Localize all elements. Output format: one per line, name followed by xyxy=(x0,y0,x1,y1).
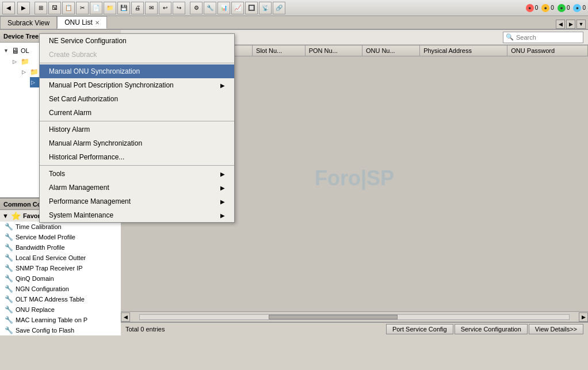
fav-item-time-cal[interactable]: 🔧 Time Calibration xyxy=(0,222,121,232)
toolbar-btn-18[interactable]: 🔲 xyxy=(245,2,258,14)
circle-blue: ● xyxy=(573,4,581,12)
search-box[interactable]: 🔍 xyxy=(503,32,583,43)
favorite-list[interactable]: ▼ ⭐ Favorite 🔧 Time Calibration 🔧 Servic… xyxy=(0,210,121,335)
tree-label-root: OL xyxy=(21,47,29,54)
scroll-area[interactable]: ◀ ▶ xyxy=(121,311,588,322)
fav-icon-snmp: 🔧 xyxy=(5,264,13,272)
menu-item-set-card-auth[interactable]: Set Card Authorization xyxy=(40,92,234,106)
tree-expand-selected: ▷ xyxy=(31,79,38,85)
yellow-count: 0 xyxy=(551,5,554,11)
fav-item-save-config[interactable]: 🔧 Save Config to Flash xyxy=(0,325,121,335)
toolbar-btn-19[interactable]: 📡 xyxy=(259,2,272,14)
toolbar-btn-7[interactable]: 📄 xyxy=(90,2,102,14)
fav-icon-ngn: 🔧 xyxy=(5,285,13,293)
tab-nav-left[interactable]: ◀ xyxy=(556,20,565,29)
toolbar-btn-5[interactable]: 📋 xyxy=(62,2,75,14)
fav-label-bandwidth: Bandwidth Profile xyxy=(16,244,65,251)
menu-item-system-maint[interactable]: System Maintenance ▶ xyxy=(40,208,234,222)
toolbar-btn-1[interactable]: ◀ xyxy=(2,2,15,14)
toolbar-btn-9[interactable]: 💾 xyxy=(117,2,130,14)
toolbar-btn-20[interactable]: 🔗 xyxy=(273,2,285,14)
toolbar-btn-8[interactable]: 📁 xyxy=(104,2,116,14)
fav-label-olt-mac: OLT MAC Address Table xyxy=(16,296,85,303)
tab-subrack-view[interactable]: Subrack View xyxy=(0,16,57,29)
search-icon: 🔍 xyxy=(506,33,514,41)
fav-label-snmp: SNMP Trap Receiver IP xyxy=(16,265,83,272)
fav-label-save-config: Save Config to Flash xyxy=(16,327,74,334)
scroll-track[interactable] xyxy=(139,314,570,320)
window-controls: ● 0 ● 0 ● 0 ● 0 xyxy=(526,4,586,12)
fav-icon-onu-replace: 🔧 xyxy=(5,306,13,314)
fav-item-qinq[interactable]: 🔧 QinQ Domain xyxy=(0,273,121,284)
menu-arrow-tools: ▶ xyxy=(220,171,225,177)
menu-separator-1 xyxy=(40,63,234,63)
fav-item-olt-mac[interactable]: 🔧 OLT MAC Address Table xyxy=(0,294,121,304)
fav-icon-local-end: 🔧 xyxy=(5,254,13,262)
scroll-left-btn[interactable]: ◀ xyxy=(121,312,130,322)
scroll-thumb[interactable] xyxy=(269,315,398,319)
total-entries: Total 0 entries xyxy=(125,326,165,333)
fav-item-local-end[interactable]: 🔧 Local End Service Outter xyxy=(0,253,121,263)
menu-item-ne-service-config[interactable]: NE Service Configuration xyxy=(40,34,234,48)
fav-item-ngn[interactable]: 🔧 NGN Configuration xyxy=(0,284,121,294)
fav-label-qinq: QinQ Domain xyxy=(16,275,54,282)
tree-icon-1: 📁 xyxy=(21,58,29,66)
fav-item-service-model[interactable]: 🔧 Service Model Profile xyxy=(0,232,121,242)
tab-close-icon[interactable]: ✕ xyxy=(95,20,100,26)
circle-yellow: ● xyxy=(541,4,549,12)
fav-label-time-cal: Time Calibration xyxy=(16,223,62,230)
toolbar-btn-17[interactable]: 📈 xyxy=(231,2,244,14)
toolbar-btn-14[interactable]: ⚙ xyxy=(190,2,203,14)
toolbar-btn-10[interactable]: 🖨 xyxy=(131,2,144,14)
fav-label-onu-replace: ONU Replace xyxy=(16,306,55,313)
tree-expand-1: ▷ xyxy=(13,59,20,64)
service-configuration-btn[interactable]: Service Configuration xyxy=(455,324,528,334)
tab-nav-down[interactable]: ▼ xyxy=(576,20,586,29)
fav-item-mac-learning[interactable]: 🔧 MAC Learning Table on P xyxy=(0,315,121,325)
blue-count: 0 xyxy=(582,5,586,11)
port-service-config-btn[interactable]: Port Service Config xyxy=(386,324,453,334)
circle-red: ● xyxy=(526,4,534,12)
menu-separator-2 xyxy=(40,121,234,121)
tree-expand-2: ▷ xyxy=(22,69,29,75)
menu-item-manual-onu-sync[interactable]: Manual ONU Synchronization xyxy=(40,64,234,78)
toolbar-btn-13[interactable]: ↪ xyxy=(173,2,185,14)
toolbar-btn-12[interactable]: ↩ xyxy=(159,2,171,14)
menu-item-history-alarm[interactable]: History Alarm xyxy=(40,123,234,136)
col-header-onu-num: ONU Nu... xyxy=(362,45,419,56)
menu-item-manual-alarm-sync[interactable]: Manual Alarm Synchronization xyxy=(40,136,234,150)
fav-item-snmp[interactable]: 🔧 SNMP Trap Receiver IP xyxy=(0,263,121,273)
fav-item-onu-replace[interactable]: 🔧 ONU Replace xyxy=(0,304,121,315)
toolbar-btn-6[interactable]: ✂ xyxy=(76,2,89,14)
menu-item-manual-port-desc[interactable]: Manual Port Description Synchronization … xyxy=(40,78,234,92)
menu-item-create-subrack: Create Subrack xyxy=(40,48,234,62)
tree-icon-2: 📁 xyxy=(30,68,39,76)
scroll-right-btn[interactable]: ▶ xyxy=(579,312,588,322)
tab-nav-right[interactable]: ▶ xyxy=(566,20,575,29)
view-details-btn[interactable]: View Details>> xyxy=(529,324,583,334)
toolbar-btn-2[interactable]: ▶ xyxy=(17,2,30,14)
menu-separator-3 xyxy=(40,165,234,166)
fav-item-bandwidth[interactable]: 🔧 Bandwidth Profile xyxy=(0,242,121,253)
toolbar-btn-15[interactable]: 🔧 xyxy=(204,2,216,14)
toolbar-btn-4[interactable]: 🖫 xyxy=(48,2,61,14)
fav-label-mac-learning: MAC Learning Table on P xyxy=(16,316,87,323)
tab-onu-list[interactable]: ONU List ✕ xyxy=(57,16,107,29)
fav-icon-save-config: 🔧 xyxy=(5,326,13,334)
menu-item-tools[interactable]: Tools ▶ xyxy=(40,167,234,181)
menu-item-performance-mgmt[interactable]: Performance Management ▶ xyxy=(40,194,234,208)
title-bar: ◀ ▶ ⊞ 🖫 📋 ✂ 📄 📁 💾 🖨 ✉ ↩ ↪ ⚙ 🔧 📊 📈 🔲 📡 🔗 xyxy=(0,0,588,16)
fav-group-star-icon: ⭐ xyxy=(11,211,21,220)
menu-item-alarm-mgmt[interactable]: Alarm Management ▶ xyxy=(40,181,234,194)
tab-navigation: ◀ ▶ ▼ xyxy=(556,20,588,29)
fav-label-service-model: Service Model Profile xyxy=(16,234,75,241)
toolbar-btn-11[interactable]: ✉ xyxy=(145,2,158,14)
search-input[interactable] xyxy=(516,34,579,41)
col-header-onu-password: ONU Password xyxy=(507,45,588,56)
tree-expand-icon: ▼ xyxy=(3,48,10,54)
fav-group-arrow: ▼ xyxy=(2,212,9,219)
menu-item-current-alarm[interactable]: Current Alarm xyxy=(40,106,234,120)
toolbar-btn-3[interactable]: ⊞ xyxy=(35,2,47,14)
toolbar-btn-16[interactable]: 📊 xyxy=(217,2,230,14)
menu-item-historical-perf[interactable]: Historical Performance... xyxy=(40,150,234,164)
